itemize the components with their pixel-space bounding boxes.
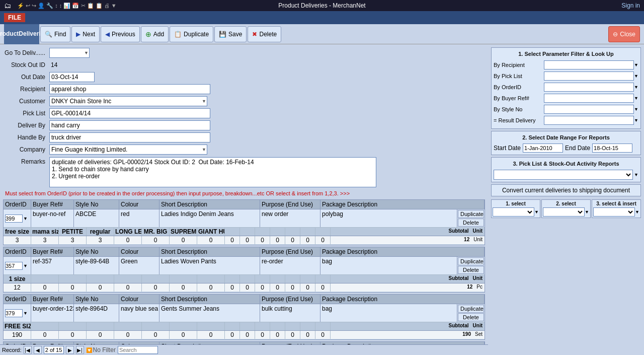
order-header-3: OrderID Buyer Ref# Style No Colour Short… xyxy=(4,295,485,304)
by-buyer-ref-label: By Buyer Ref# xyxy=(494,95,544,101)
activity-select-arrow[interactable]: ▼ xyxy=(634,172,638,177)
by-pick-list-arrow[interactable]: ▼ xyxy=(634,74,638,79)
col-colour: Colour xyxy=(119,200,159,209)
delete-order-1[interactable]: Delete xyxy=(458,219,484,227)
order-block-1: OrderID Buyer Ref# Style No Colour Short… xyxy=(3,199,485,245)
select-dd-2-arrow[interactable]: ▼ xyxy=(585,209,589,215)
by-buyer-ref-arrow[interactable]: ▼ xyxy=(634,96,638,101)
by-order-id-input[interactable] xyxy=(544,83,634,92)
by-buyer-ref-input[interactable] xyxy=(544,94,634,103)
col-purpose-3: Purpose (End Use) xyxy=(260,295,320,304)
next-button[interactable]: ▶ Next xyxy=(71,26,100,42)
order-id-input-2[interactable] xyxy=(5,262,23,270)
duplicate-order-1[interactable]: Duplicate xyxy=(458,210,484,218)
col-purpose: Purpose (End Use) xyxy=(260,200,320,209)
customer-row: Customer DNKY Chain Store Inc ▼ xyxy=(3,96,485,107)
col-package-desc: Package Description xyxy=(320,200,485,209)
last-record-btn[interactable]: ▶| xyxy=(76,346,84,354)
short-desc-2: Ladies Woven Pants xyxy=(159,257,260,274)
filter-icon: 🔽 xyxy=(86,347,92,353)
sign-in-link[interactable]: Sign in xyxy=(621,2,640,9)
size-header-3: FREE SIZE Subtotal Unit xyxy=(4,322,485,331)
col-style-no-3: Style No xyxy=(74,295,119,304)
prev-record-btn[interactable]: ◀ xyxy=(34,346,42,354)
date-range-section: 2. Select Date Range For Reports Start D… xyxy=(491,131,641,155)
no-filter-indicator: 🔽 No Filter xyxy=(86,346,116,353)
deliver-by-input[interactable] xyxy=(49,120,210,130)
duplicate-icon: 📋 xyxy=(174,31,182,38)
stock-out-id-label: Stock Out ID xyxy=(3,61,47,68)
handle-by-label: Handle By xyxy=(3,134,47,141)
convert-button[interactable]: Convert current deliveries to shipping d… xyxy=(491,184,641,196)
prev-icon: ◀ xyxy=(105,31,110,38)
app-title: Product Deliveries - MerchanNet xyxy=(278,2,365,9)
record-label: Record: xyxy=(2,347,22,353)
recipient-input[interactable] xyxy=(49,84,210,94)
select-dropdown-2[interactable] xyxy=(543,207,585,217)
buyer-ref-3: buyer-order-123 xyxy=(31,304,74,322)
duplicate-order-2[interactable]: Duplicate xyxy=(458,257,484,265)
date-range-row: Start Date End Date xyxy=(494,144,638,153)
by-style-no-input[interactable] xyxy=(544,105,634,114)
select-dropdown-3[interactable] xyxy=(593,207,635,217)
select-box-1: 1. select ▼ xyxy=(491,199,540,218)
order-id-arrow-3[interactable]: ▼ xyxy=(23,311,28,316)
order-data-2: ▼ ref-357 style-89-64B Green Ladies Wove… xyxy=(4,257,485,275)
delete-order-3[interactable]: Delete xyxy=(458,313,484,321)
activity-select[interactable] xyxy=(494,170,633,180)
add-button[interactable]: ⊕ Add xyxy=(141,26,169,42)
company-select[interactable]: Fine Guage Knitting Limited. xyxy=(49,145,207,155)
save-icon: 💾 xyxy=(219,31,226,38)
order-id-input-1[interactable] xyxy=(5,215,23,223)
search-input[interactable] xyxy=(118,346,158,354)
pick-list-input[interactable] xyxy=(49,108,210,118)
end-date-input[interactable] xyxy=(592,144,632,153)
out-date-input[interactable] xyxy=(49,72,95,82)
go-to-select[interactable] xyxy=(49,48,90,58)
col-short-desc: Short Description xyxy=(159,200,260,209)
by-buyer-ref-row: By Buyer Ref# ▼ xyxy=(494,93,638,103)
remarks-row: Remarks xyxy=(3,157,485,187)
order-id-arrow-1[interactable]: ▼ xyxy=(23,216,28,221)
file-menu[interactable]: FILE xyxy=(4,13,25,22)
customer-select[interactable]: DNKY Chain Store Inc xyxy=(49,96,207,106)
by-pick-list-input[interactable] xyxy=(544,72,634,81)
previous-button[interactable]: ◀ Previous xyxy=(101,26,140,42)
order-id-arrow-2[interactable]: ▼ xyxy=(23,263,28,268)
select-dropdown-1[interactable] xyxy=(493,207,534,217)
order-id-input-3[interactable] xyxy=(5,309,23,317)
select-dd-1-arrow[interactable]: ▼ xyxy=(534,209,539,215)
delete-icon: ✖ xyxy=(252,31,257,38)
by-style-no-arrow[interactable]: ▼ xyxy=(634,107,638,112)
result-delivery-input[interactable] xyxy=(544,116,634,125)
result-delivery-arrow[interactable]: ▼ xyxy=(634,118,638,123)
start-date-input[interactable] xyxy=(523,144,563,153)
style-no-1: ABCDE xyxy=(74,209,119,227)
result-delivery-row: = Result Delivery ▼ xyxy=(494,115,638,125)
duplicate-order-3[interactable]: Duplicate xyxy=(458,305,484,313)
first-record-btn[interactable]: |◀ xyxy=(24,346,32,354)
short-desc-1: Ladies Indigo Denim Jeans xyxy=(159,209,260,227)
end-date-label: End Date xyxy=(565,145,590,152)
duplicate-button[interactable]: 📋 Duplicate xyxy=(170,26,213,42)
by-recipient-input[interactable] xyxy=(544,60,634,69)
handle-by-input[interactable] xyxy=(49,132,210,143)
close-button[interactable]: ⊖ Close xyxy=(608,26,640,42)
short-desc-3: Gents Summer Jeans xyxy=(159,304,260,322)
delete-order-2[interactable]: Delete xyxy=(458,266,484,274)
col-order-id-2: OrderID xyxy=(4,247,31,256)
delete-button[interactable]: ✖ Delete xyxy=(248,26,281,42)
col-package-desc-3: Package Description xyxy=(320,295,485,304)
save-button[interactable]: 💾 Save xyxy=(214,26,247,42)
find-button[interactable]: Find xyxy=(40,26,70,42)
current-record-input[interactable] xyxy=(44,346,64,354)
select-box-3: 3. select & insert ▼ xyxy=(592,199,641,218)
remarks-input[interactable] xyxy=(49,157,376,187)
select-dd-3-arrow[interactable]: ▼ xyxy=(635,209,639,215)
by-order-id-arrow[interactable]: ▼ xyxy=(634,85,638,90)
next-record-btn[interactable]: ▶ xyxy=(66,346,74,354)
col-style-no: Style No xyxy=(74,200,119,209)
size-data-3: 190 0 0 0 0 0 0 0 0 0 0 0 0 0 0 190 Set xyxy=(4,331,485,339)
by-recipient-arrow[interactable]: ▼ xyxy=(634,62,638,67)
orders-container: OrderID Buyer Ref# Style No Colour Short… xyxy=(3,199,485,350)
